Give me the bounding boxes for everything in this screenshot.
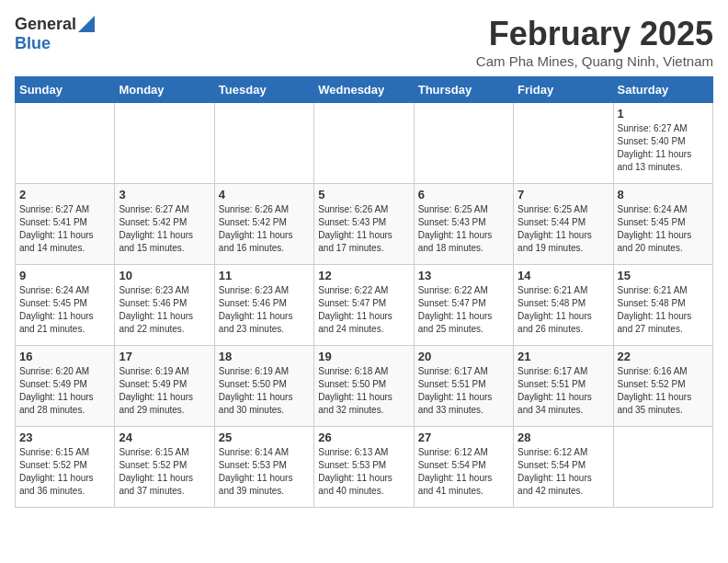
calendar-cell	[613, 427, 712, 508]
calendar-cell	[414, 103, 513, 184]
day-number: 18	[219, 350, 310, 363]
day-number: 3	[119, 188, 210, 201]
calendar-day-header: Tuesday	[214, 77, 313, 103]
day-number: 9	[19, 269, 110, 282]
calendar-cell: 6Sunrise: 6:25 AM Sunset: 5:43 PM Daylig…	[414, 184, 513, 265]
day-info: Sunrise: 6:25 AM Sunset: 5:44 PM Dayligh…	[518, 203, 609, 255]
logo-icon	[78, 16, 95, 32]
calendar-day-header: Wednesday	[314, 77, 414, 103]
calendar-cell: 8Sunrise: 6:24 AM Sunset: 5:45 PM Daylig…	[613, 184, 712, 265]
calendar-cell: 21Sunrise: 6:17 AM Sunset: 5:51 PM Dayli…	[514, 346, 613, 427]
calendar-cell: 7Sunrise: 6:25 AM Sunset: 5:44 PM Daylig…	[514, 184, 613, 265]
calendar-cell: 14Sunrise: 6:21 AM Sunset: 5:48 PM Dayli…	[514, 265, 613, 346]
day-info: Sunrise: 6:27 AM Sunset: 5:42 PM Dayligh…	[119, 203, 210, 255]
calendar-cell: 3Sunrise: 6:27 AM Sunset: 5:42 PM Daylig…	[115, 184, 214, 265]
calendar-cell: 4Sunrise: 6:26 AM Sunset: 5:42 PM Daylig…	[214, 184, 313, 265]
day-number: 25	[219, 431, 310, 444]
day-number: 15	[618, 269, 709, 282]
day-info: Sunrise: 6:13 AM Sunset: 5:53 PM Dayligh…	[318, 446, 409, 498]
calendar-day-header: Sunday	[16, 77, 115, 103]
day-number: 24	[119, 431, 210, 444]
calendar-cell: 24Sunrise: 6:15 AM Sunset: 5:52 PM Dayli…	[115, 427, 214, 508]
calendar-header-row: SundayMondayTuesdayWednesdayThursdayFrid…	[16, 77, 713, 103]
day-number: 2	[19, 188, 110, 201]
day-number: 17	[119, 350, 210, 363]
day-info: Sunrise: 6:14 AM Sunset: 5:53 PM Dayligh…	[219, 446, 310, 498]
day-info: Sunrise: 6:23 AM Sunset: 5:46 PM Dayligh…	[219, 284, 310, 336]
day-number: 7	[518, 188, 609, 201]
day-number: 20	[418, 350, 509, 363]
calendar-day-header: Monday	[115, 77, 214, 103]
logo: General Blue	[15, 15, 95, 53]
day-info: Sunrise: 6:24 AM Sunset: 5:45 PM Dayligh…	[618, 203, 709, 255]
day-info: Sunrise: 6:25 AM Sunset: 5:43 PM Dayligh…	[418, 203, 509, 255]
day-info: Sunrise: 6:12 AM Sunset: 5:54 PM Dayligh…	[418, 446, 509, 498]
calendar-cell: 1Sunrise: 6:27 AM Sunset: 5:40 PM Daylig…	[613, 103, 712, 184]
day-number: 8	[618, 188, 709, 201]
day-info: Sunrise: 6:27 AM Sunset: 5:40 PM Dayligh…	[618, 122, 709, 174]
day-info: Sunrise: 6:21 AM Sunset: 5:48 PM Dayligh…	[618, 284, 709, 336]
calendar-week-row: 23Sunrise: 6:15 AM Sunset: 5:52 PM Dayli…	[16, 427, 713, 508]
day-info: Sunrise: 6:12 AM Sunset: 5:54 PM Dayligh…	[518, 446, 609, 498]
calendar-day-header: Saturday	[613, 77, 712, 103]
day-number: 5	[318, 188, 409, 201]
day-number: 11	[219, 269, 310, 282]
day-info: Sunrise: 6:27 AM Sunset: 5:41 PM Dayligh…	[19, 203, 110, 255]
calendar-cell: 25Sunrise: 6:14 AM Sunset: 5:53 PM Dayli…	[214, 427, 313, 508]
calendar-location: Cam Pha Mines, Quang Ninh, Vietnam	[476, 53, 713, 69]
day-number: 13	[418, 269, 509, 282]
calendar-cell: 11Sunrise: 6:23 AM Sunset: 5:46 PM Dayli…	[214, 265, 313, 346]
day-number: 4	[219, 188, 310, 201]
calendar-cell	[115, 103, 214, 184]
day-number: 26	[318, 431, 409, 444]
day-info: Sunrise: 6:15 AM Sunset: 5:52 PM Dayligh…	[19, 446, 110, 498]
day-info: Sunrise: 6:17 AM Sunset: 5:51 PM Dayligh…	[418, 365, 509, 417]
day-number: 21	[518, 350, 609, 363]
calendar-week-row: 2Sunrise: 6:27 AM Sunset: 5:41 PM Daylig…	[16, 184, 713, 265]
day-info: Sunrise: 6:15 AM Sunset: 5:52 PM Dayligh…	[119, 446, 210, 498]
day-number: 14	[518, 269, 609, 282]
calendar-cell: 18Sunrise: 6:19 AM Sunset: 5:50 PM Dayli…	[214, 346, 313, 427]
calendar-day-header: Friday	[514, 77, 613, 103]
day-number: 28	[518, 431, 609, 444]
calendar-cell: 19Sunrise: 6:18 AM Sunset: 5:50 PM Dayli…	[314, 346, 414, 427]
calendar-cell	[16, 103, 115, 184]
calendar-cell	[314, 103, 414, 184]
calendar-cell: 13Sunrise: 6:22 AM Sunset: 5:47 PM Dayli…	[414, 265, 513, 346]
calendar-cell: 28Sunrise: 6:12 AM Sunset: 5:54 PM Dayli…	[514, 427, 613, 508]
calendar-cell: 20Sunrise: 6:17 AM Sunset: 5:51 PM Dayli…	[414, 346, 513, 427]
logo-general-text: General	[15, 15, 76, 34]
day-number: 27	[418, 431, 509, 444]
calendar-week-row: 16Sunrise: 6:20 AM Sunset: 5:49 PM Dayli…	[16, 346, 713, 427]
svg-marker-0	[78, 16, 95, 32]
calendar-cell: 2Sunrise: 6:27 AM Sunset: 5:41 PM Daylig…	[16, 184, 115, 265]
day-info: Sunrise: 6:22 AM Sunset: 5:47 PM Dayligh…	[318, 284, 409, 336]
day-number: 6	[418, 188, 509, 201]
logo-blue-text: Blue	[15, 34, 51, 52]
day-info: Sunrise: 6:21 AM Sunset: 5:48 PM Dayligh…	[518, 284, 609, 336]
day-info: Sunrise: 6:19 AM Sunset: 5:50 PM Dayligh…	[219, 365, 310, 417]
calendar-cell: 5Sunrise: 6:26 AM Sunset: 5:43 PM Daylig…	[314, 184, 414, 265]
day-info: Sunrise: 6:26 AM Sunset: 5:42 PM Dayligh…	[219, 203, 310, 255]
day-info: Sunrise: 6:19 AM Sunset: 5:49 PM Dayligh…	[119, 365, 210, 417]
calendar-cell	[514, 103, 613, 184]
calendar-week-row: 1Sunrise: 6:27 AM Sunset: 5:40 PM Daylig…	[16, 103, 713, 184]
calendar-cell: 22Sunrise: 6:16 AM Sunset: 5:52 PM Dayli…	[613, 346, 712, 427]
calendar-title: February 2025	[476, 15, 713, 53]
day-number: 10	[119, 269, 210, 282]
calendar-cell: 10Sunrise: 6:23 AM Sunset: 5:46 PM Dayli…	[115, 265, 214, 346]
calendar-cell: 27Sunrise: 6:12 AM Sunset: 5:54 PM Dayli…	[414, 427, 513, 508]
calendar-cell: 16Sunrise: 6:20 AM Sunset: 5:49 PM Dayli…	[16, 346, 115, 427]
day-number: 16	[19, 350, 110, 363]
title-block: February 2025 Cam Pha Mines, Quang Ninh,…	[476, 15, 713, 69]
calendar-cell: 15Sunrise: 6:21 AM Sunset: 5:48 PM Dayli…	[613, 265, 712, 346]
day-info: Sunrise: 6:16 AM Sunset: 5:52 PM Dayligh…	[618, 365, 709, 417]
calendar-table: SundayMondayTuesdayWednesdayThursdayFrid…	[15, 76, 713, 508]
page-header: General Blue February 2025 Cam Pha Mines…	[15, 15, 713, 69]
day-info: Sunrise: 6:17 AM Sunset: 5:51 PM Dayligh…	[518, 365, 609, 417]
day-number: 23	[19, 431, 110, 444]
calendar-cell: 26Sunrise: 6:13 AM Sunset: 5:53 PM Dayli…	[314, 427, 414, 508]
calendar-week-row: 9Sunrise: 6:24 AM Sunset: 5:45 PM Daylig…	[16, 265, 713, 346]
calendar-cell: 9Sunrise: 6:24 AM Sunset: 5:45 PM Daylig…	[16, 265, 115, 346]
day-number: 19	[318, 350, 409, 363]
